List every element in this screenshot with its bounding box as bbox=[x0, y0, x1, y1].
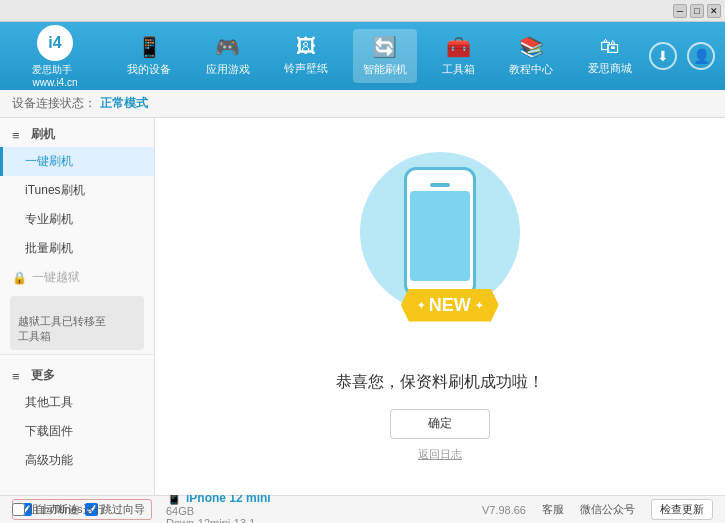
device-icon: 📱 bbox=[137, 35, 162, 59]
sidebar-item-pro-flash[interactable]: 专业刷机 bbox=[0, 205, 154, 234]
wechat-link[interactable]: 微信公众号 bbox=[580, 502, 635, 517]
status-value: 正常模式 bbox=[100, 95, 148, 112]
sidebar-item-itunes-flash[interactable]: iTunes刷机 bbox=[0, 176, 154, 205]
logo-text: 爱思助手 www.i4.cn bbox=[32, 63, 77, 88]
locked-jailbreak: 🔒 一键越狱 bbox=[0, 263, 154, 292]
section-icon-flash: ≡ bbox=[12, 128, 26, 142]
nav-shop[interactable]: 🛍 爱思商城 bbox=[578, 29, 642, 83]
account-button[interactable]: 👤 bbox=[687, 42, 715, 70]
sidebar-item-advanced[interactable]: 高级功能 bbox=[0, 446, 154, 475]
check-update-button[interactable]: 检查更新 bbox=[651, 499, 713, 520]
nav-my-device[interactable]: 📱 我的设备 bbox=[117, 29, 181, 83]
success-message: 恭喜您，保资料刷机成功啦！ bbox=[336, 372, 544, 393]
sidebar: ≡ 刷机 一键刷机 iTunes刷机 专业刷机 批量刷机 🔒 一键越狱 越狱工具… bbox=[0, 118, 155, 495]
logo-area: i4 爱思助手 www.i4.cn bbox=[10, 25, 100, 88]
window-controls: ─ □ ✕ bbox=[673, 4, 721, 18]
minimize-button[interactable]: ─ bbox=[673, 4, 687, 18]
nav-items: 📱 我的设备 🎮 应用游戏 🖼 铃声壁纸 🔄 智能刷机 🧰 工具箱 📚 教程中心… bbox=[110, 29, 649, 83]
sparkle-icon-1: ✦ bbox=[360, 157, 373, 176]
phone-screen bbox=[410, 191, 470, 281]
lock-icon: 🔒 bbox=[12, 271, 27, 285]
sparkle-icon-2: ✦ bbox=[502, 172, 515, 191]
star-right-icon: ✦ bbox=[475, 300, 483, 311]
sidebar-item-other-tools[interactable]: 其他工具 bbox=[0, 388, 154, 417]
sidebar-section-flash: ≡ 刷机 bbox=[0, 118, 154, 147]
close-button[interactable]: ✕ bbox=[707, 4, 721, 18]
flash-icon: 🔄 bbox=[372, 35, 397, 59]
sparkle-icon-3: ✦ bbox=[355, 273, 368, 292]
shop-icon: 🛍 bbox=[600, 35, 620, 58]
sidebar-item-download-firmware[interactable]: 下载固件 bbox=[0, 417, 154, 446]
phone-illustration: ✦ ✦ ✦ ✦ NEW ✦ bbox=[350, 152, 530, 352]
sidebar-item-one-click-flash[interactable]: 一键刷机 bbox=[0, 147, 154, 176]
top-nav: i4 爱思助手 www.i4.cn 📱 我的设备 🎮 应用游戏 🖼 铃声壁纸 🔄… bbox=[0, 22, 725, 90]
phone-body bbox=[404, 167, 476, 297]
back-log-link[interactable]: 返回日志 bbox=[418, 447, 462, 462]
stop-itunes-area: 阻止iTunes运行 bbox=[12, 502, 105, 517]
maximize-button[interactable]: □ bbox=[690, 4, 704, 18]
logo-icon: i4 bbox=[37, 25, 73, 61]
stop-itunes-checkbox[interactable] bbox=[12, 503, 25, 516]
confirm-button[interactable]: 确定 bbox=[390, 409, 490, 439]
content-area: ✦ ✦ ✦ ✦ NEW ✦ 恭喜您，保资料刷机成功啦！ 确定 返回日志 bbox=[155, 118, 725, 495]
nav-toolbox[interactable]: 🧰 工具箱 bbox=[432, 29, 485, 83]
new-badge: ✦ NEW ✦ bbox=[401, 289, 499, 322]
stop-itunes-label: 阻止iTunes运行 bbox=[28, 502, 105, 517]
jailbreak-note: 越狱工具已转移至 工具箱 bbox=[10, 296, 144, 350]
device-storage: 64GB bbox=[166, 505, 271, 517]
nav-ringtone[interactable]: 🖼 铃声壁纸 bbox=[274, 29, 338, 83]
sidebar-divider bbox=[0, 354, 154, 355]
title-bar: ─ □ ✕ bbox=[0, 0, 725, 22]
device-model: Down-12mini-13,1 bbox=[166, 517, 271, 523]
toolbox-icon: 🧰 bbox=[446, 35, 471, 59]
customer-service-link[interactable]: 客服 bbox=[542, 502, 564, 517]
nav-right-controls: ⬇ 👤 bbox=[649, 42, 715, 70]
version-text: V7.98.66 bbox=[482, 504, 526, 516]
status-bar: 设备连接状态： 正常模式 bbox=[0, 90, 725, 118]
ringtone-icon: 🖼 bbox=[296, 35, 316, 58]
bottom-bar: 自动断连 跳过向导 📱 iPhone 12 mini 64GB Down-12m… bbox=[0, 495, 725, 523]
status-label: 设备连接状态： bbox=[12, 95, 96, 112]
phone-notch bbox=[430, 183, 450, 187]
section-icon-more: ≡ bbox=[12, 369, 26, 383]
download-button[interactable]: ⬇ bbox=[649, 42, 677, 70]
nav-tutorials[interactable]: 📚 教程中心 bbox=[499, 29, 563, 83]
tutorials-icon: 📚 bbox=[519, 35, 544, 59]
nav-smart-flash[interactable]: 🔄 智能刷机 bbox=[353, 29, 417, 83]
apps-icon: 🎮 bbox=[215, 35, 240, 59]
sidebar-item-batch-flash[interactable]: 批量刷机 bbox=[0, 234, 154, 263]
nav-apps-games[interactable]: 🎮 应用游戏 bbox=[196, 29, 260, 83]
sidebar-section-more: ≡ 更多 bbox=[0, 359, 154, 388]
bottom-right: V7.98.66 客服 微信公众号 检查更新 bbox=[482, 499, 713, 520]
main-layout: ≡ 刷机 一键刷机 iTunes刷机 专业刷机 批量刷机 🔒 一键越狱 越狱工具… bbox=[0, 118, 725, 495]
star-left-icon: ✦ bbox=[417, 300, 425, 311]
